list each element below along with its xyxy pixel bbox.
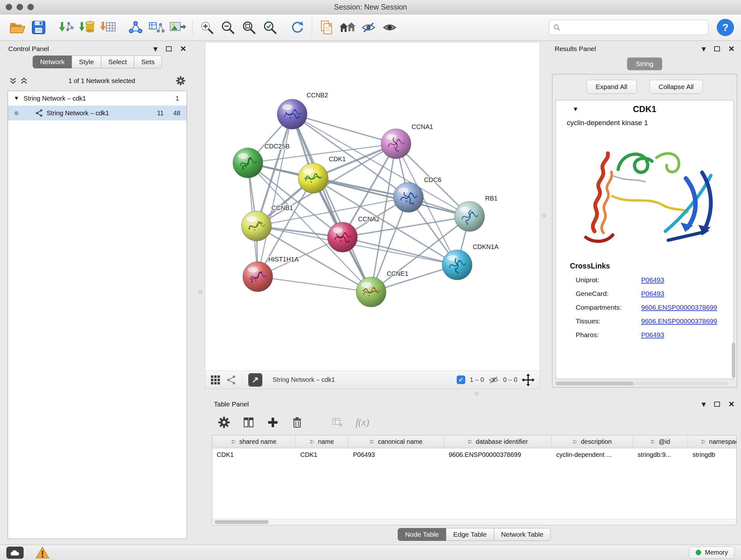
network-canvas[interactable]: CCNB2CCNA1CDC25BCDK1CDC6RB1CCNB1CCNA2CDK… bbox=[205, 43, 540, 371]
table-cell[interactable]: 9606.ENSP00000378699 bbox=[444, 451, 552, 458]
search-box[interactable] bbox=[549, 20, 709, 35]
collapse-all-button[interactable]: Collapse All bbox=[650, 80, 703, 94]
float-panel-icon[interactable] bbox=[166, 46, 172, 51]
expand-all-tree-icon[interactable] bbox=[9, 77, 17, 85]
zoom-in-button[interactable] bbox=[196, 17, 217, 38]
network-edge[interactable] bbox=[292, 114, 371, 292]
collapse-all-tree-icon[interactable] bbox=[20, 77, 28, 85]
birdseye-grid-icon[interactable] bbox=[210, 375, 220, 385]
network-node-CDK1[interactable] bbox=[298, 163, 328, 193]
cloud-button[interactable] bbox=[6, 547, 23, 559]
hide-selected-button[interactable] bbox=[358, 17, 379, 38]
tab-style[interactable]: Style bbox=[71, 56, 101, 68]
crosslink-link[interactable]: 9606.ENSP00000378699 bbox=[641, 304, 733, 311]
crosslink-link[interactable]: P06493 bbox=[641, 276, 733, 284]
export-image-button[interactable] bbox=[167, 17, 188, 38]
results-vertical-scrollbar[interactable] bbox=[732, 343, 735, 378]
network-edge[interactable] bbox=[292, 114, 396, 144]
copy-document-button[interactable] bbox=[316, 17, 337, 38]
panel-menu-icon[interactable]: ▾ bbox=[153, 46, 158, 52]
column-header-namespac[interactable]: namespac bbox=[688, 435, 737, 448]
table-tab-node-table[interactable]: Node Table bbox=[398, 528, 446, 541]
network-node-CCNE1[interactable] bbox=[356, 277, 386, 307]
splitter-handle[interactable] bbox=[475, 392, 478, 395]
show-all-button[interactable] bbox=[379, 17, 400, 38]
network-node-CCNA2[interactable] bbox=[327, 222, 357, 252]
zoom-fit-button[interactable] bbox=[239, 17, 259, 38]
splitter-handle[interactable] bbox=[199, 290, 202, 294]
table-cell[interactable]: CDK1 bbox=[296, 451, 348, 458]
tab-sets[interactable]: Sets bbox=[134, 56, 162, 68]
network-node-CCNB2[interactable] bbox=[277, 99, 307, 129]
network-collection-row[interactable]: ▼ String Network – cdk1 1 bbox=[8, 91, 187, 106]
expand-all-button[interactable]: Expand All bbox=[587, 80, 636, 94]
panel-menu-icon[interactable]: ▾ bbox=[701, 46, 706, 52]
results-horizontal-scrollbar[interactable] bbox=[556, 381, 729, 385]
table-cell[interactable]: cyclin-dependent ... bbox=[552, 451, 633, 458]
refresh-layout-button[interactable] bbox=[287, 17, 308, 38]
delete-column-icon[interactable] bbox=[291, 416, 303, 428]
scrollbar-thumb[interactable] bbox=[214, 520, 269, 524]
import-network-file-button[interactable] bbox=[56, 17, 77, 38]
window-zoom-button[interactable] bbox=[27, 4, 34, 10]
memory-button[interactable]: Memory bbox=[689, 547, 735, 559]
crosslink-link[interactable]: P06493 bbox=[641, 290, 733, 298]
table-cell[interactable]: CDK1 bbox=[212, 451, 296, 458]
column-header--id[interactable]: @id bbox=[633, 435, 688, 448]
close-panel-icon[interactable]: ✕ bbox=[728, 400, 735, 409]
network-node-CDKN1A[interactable] bbox=[442, 250, 472, 280]
table-row[interactable]: CDK1CDK1P064939606.ENSP00000378699cyclin… bbox=[212, 448, 736, 461]
crosslink-link[interactable]: 9606.ENSP00000378699 bbox=[641, 317, 733, 325]
zoom-selected-button[interactable] bbox=[259, 17, 280, 38]
import-table-button[interactable] bbox=[98, 17, 119, 38]
gear-icon[interactable] bbox=[176, 76, 186, 86]
network-row-selected[interactable]: String Network – cdk1 11 48 bbox=[8, 106, 187, 120]
save-session-button[interactable] bbox=[28, 17, 49, 38]
column-header-description[interactable]: description bbox=[552, 435, 633, 448]
gear-icon[interactable] bbox=[218, 416, 230, 429]
network-from-table-button[interactable] bbox=[146, 17, 167, 38]
new-network-button[interactable] bbox=[125, 17, 146, 38]
column-header-name[interactable]: name bbox=[296, 435, 348, 448]
network-node-CCNB1[interactable] bbox=[242, 211, 272, 241]
pan-move-icon[interactable] bbox=[522, 374, 535, 386]
selected-checkbox-icon[interactable]: ✓ bbox=[457, 375, 465, 384]
table-tab-network-table[interactable]: Network Table bbox=[494, 528, 551, 541]
window-minimize-button[interactable] bbox=[17, 4, 23, 10]
open-in-new-window-button[interactable]: ↗ bbox=[248, 373, 262, 387]
crosslink-link[interactable]: P06493 bbox=[641, 331, 733, 339]
window-close-button[interactable] bbox=[6, 4, 12, 10]
column-header-database-identifier[interactable]: database identifier bbox=[444, 435, 552, 448]
string-network-graph[interactable]: CCNB2CCNA1CDC25BCDK1CDC6RB1CCNB1CCNA2CDK… bbox=[205, 43, 540, 371]
network-share-icon[interactable] bbox=[226, 375, 237, 385]
close-panel-icon[interactable]: ✕ bbox=[728, 44, 735, 53]
float-panel-icon[interactable] bbox=[714, 46, 720, 51]
close-panel-icon[interactable]: ✕ bbox=[180, 44, 186, 53]
column-header-canonical-name[interactable]: canonical name bbox=[348, 435, 444, 448]
add-column-icon[interactable] bbox=[267, 416, 279, 428]
table-cell[interactable]: P06493 bbox=[348, 451, 444, 458]
float-panel-icon[interactable] bbox=[714, 401, 720, 407]
tab-select[interactable]: Select bbox=[101, 56, 134, 68]
table-tab-edge-table[interactable]: Edge Table bbox=[446, 528, 494, 541]
search-input[interactable] bbox=[563, 24, 704, 31]
column-header-shared-name[interactable]: shared name bbox=[212, 435, 296, 448]
network-node-RB1[interactable] bbox=[455, 201, 484, 232]
network-edge[interactable] bbox=[258, 114, 292, 277]
table-cell[interactable]: stringdb:9... bbox=[633, 451, 688, 458]
panel-menu-icon[interactable]: ▾ bbox=[701, 401, 706, 408]
home-networks-button[interactable] bbox=[337, 17, 358, 38]
show-columns-icon[interactable] bbox=[243, 416, 255, 428]
splitter-handle[interactable] bbox=[542, 213, 546, 217]
network-node-CDC25B[interactable] bbox=[233, 148, 263, 178]
network-node-HIST1H1A[interactable] bbox=[243, 262, 273, 292]
table-horizontal-scrollbar[interactable] bbox=[212, 519, 736, 524]
tree-caret-icon[interactable]: ▼ bbox=[14, 95, 19, 102]
network-node-CCNA1[interactable] bbox=[381, 129, 411, 159]
tab-network[interactable]: Network bbox=[32, 56, 72, 68]
warning-button[interactable] bbox=[35, 546, 51, 559]
tab-string[interactable]: String bbox=[627, 57, 663, 70]
zoom-out-button[interactable] bbox=[217, 17, 239, 38]
network-node-CDC6[interactable] bbox=[394, 182, 423, 212]
table-cell[interactable]: stringdb bbox=[688, 451, 737, 458]
